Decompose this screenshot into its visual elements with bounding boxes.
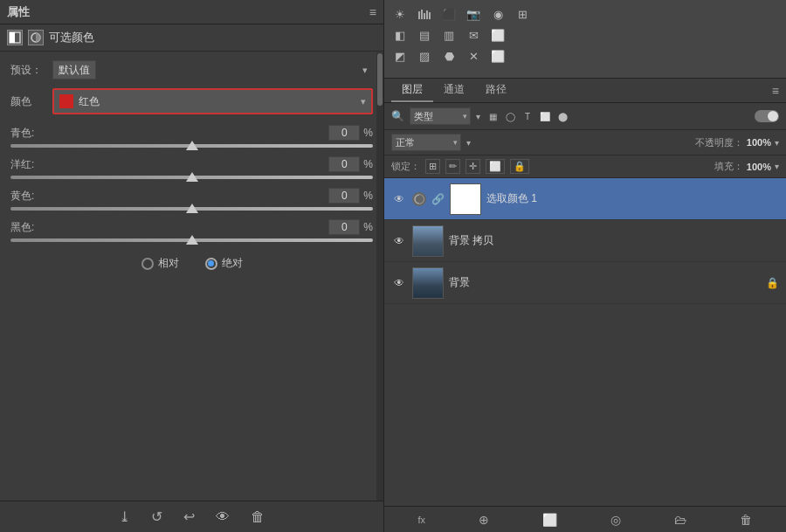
filter-row: 🔍 类型 ▾ ▦ ◯ T ⬜ ⬤ [384, 103, 786, 130]
sun-icon[interactable]: ☀ [391, 5, 409, 23]
lock-all-icon[interactable]: 🔒 [510, 159, 529, 174]
adj-icon-mask [7, 30, 23, 45]
blend-mode-select[interactable]: 正常 [391, 134, 461, 151]
slant2-icon[interactable]: ▨ [416, 47, 433, 65]
color-dropdown-arrow: ▾ [361, 96, 366, 107]
black-thumb[interactable] [186, 235, 198, 245]
filter-adjustment-icon[interactable]: ◯ [503, 109, 517, 123]
layer-row-bg[interactable]: 👁 背景 🔒 [384, 262, 786, 304]
mail-icon[interactable]: ✉ [465, 26, 482, 44]
tab-paths[interactable]: 路径 [475, 79, 517, 102]
svg-rect-3 [418, 11, 420, 19]
right-layers-panel: ☀ ⬛ 📷 ◉ ⊞ ◧ ▤ ▥ ✉ ⬜ ◩ ▨ [384, 0, 786, 532]
delete-layer-button[interactable]: 🗑 [247, 508, 268, 527]
black-input[interactable] [328, 219, 360, 235]
cyan-thumb[interactable] [186, 141, 198, 150]
black-track[interactable] [10, 238, 373, 242]
layer-thumb-bg-copy [412, 225, 444, 257]
grid2-icon[interactable]: ⊞ [514, 5, 531, 23]
rect-icon[interactable]: ⬜ [489, 26, 507, 44]
adjustment-layer-button[interactable]: ⬜ [542, 513, 557, 527]
eye-icon-layer2[interactable]: 👁 [391, 233, 407, 249]
layer-row-bg-copy[interactable]: 👁 背景 拷贝 [384, 220, 786, 262]
radio-relative[interactable]: 相对 [141, 256, 179, 271]
filter-toggle[interactable] [755, 110, 779, 122]
fill-value[interactable]: 100% [747, 162, 771, 172]
white-rect-icon[interactable]: ⬜ [489, 47, 507, 65]
adjust3-icon[interactable]: ▥ [440, 26, 458, 44]
tab-layers[interactable]: 图层 [391, 79, 433, 102]
tab-channels[interactable]: 通道 [433, 79, 475, 102]
lock-move-icon[interactable]: ✛ [465, 159, 480, 174]
properties-content: 预设： 默认值 颜色 红色 ▾ 青色: [0, 52, 383, 501]
svg-rect-7 [429, 12, 431, 19]
opacity-dropdown-arrow[interactable]: ▾ [775, 138, 779, 148]
magenta-percent: % [363, 158, 373, 170]
adjust1-icon[interactable]: ◧ [391, 26, 409, 44]
color-select-inner[interactable]: 红色 ▾ [54, 90, 371, 113]
fill-dropdown-arrow[interactable]: ▾ [775, 162, 779, 171]
layer-group-button[interactable]: ◎ [610, 513, 621, 527]
opacity-value[interactable]: 100% [747, 137, 771, 148]
camera-icon[interactable]: 📷 [465, 5, 482, 23]
lock-paint-icon[interactable]: ✏ [445, 159, 460, 174]
right-top-toolbar: ☀ ⬛ 📷 ◉ ⊞ ◧ ▤ ▥ ✉ ⬜ ◩ ▨ [384, 0, 786, 79]
svg-rect-1 [10, 32, 15, 43]
magenta-thumb[interactable] [186, 172, 198, 182]
lock-label: 锁定： [391, 160, 420, 173]
preset-row: 预设： 默认值 [10, 60, 373, 79]
layer-thumb-bg [412, 267, 444, 299]
filter-type-icon[interactable]: T [521, 109, 534, 123]
yellow-thumb[interactable] [186, 204, 198, 213]
new-layer-button[interactable]: 🗁 [674, 513, 686, 527]
toggle-visibility-button[interactable]: 👁 [212, 508, 233, 527]
reset-button[interactable]: ↩ [180, 507, 198, 527]
yellow-track[interactable] [10, 207, 373, 211]
radio-absolute[interactable]: 绝对 [205, 256, 243, 271]
circle-icon[interactable]: ◉ [489, 5, 507, 23]
cyan-input[interactable] [328, 125, 360, 141]
layers-menu-icon[interactable]: ≡ [772, 84, 779, 98]
cyan-value-wrap: % [328, 125, 373, 141]
scroll-thumb[interactable] [377, 53, 383, 106]
add-mask-button[interactable]: ⊕ [479, 513, 489, 527]
toolbar-row-1: ☀ ⬛ 📷 ◉ ⊞ [391, 3, 779, 24]
lock-pixels-icon[interactable]: ⊞ [425, 159, 440, 174]
preset-label: 预设： [10, 63, 45, 78]
filter-smart-icon[interactable]: ⬤ [555, 109, 569, 123]
cyan-track[interactable] [10, 144, 373, 148]
histogram-icon[interactable] [416, 5, 433, 23]
panel-menu-icon[interactable]: ≡ [369, 5, 376, 19]
previous-state-button[interactable]: ↺ [148, 507, 166, 527]
preset-select[interactable]: 默认值 [52, 60, 96, 79]
layer-row-selective-color[interactable]: 👁 🔗 选取颜色 1 [384, 178, 786, 220]
close-x-icon[interactable]: ✕ [465, 47, 482, 65]
filter-type-select[interactable]: 类型 [410, 107, 471, 125]
adjustment-label: 可选颜色 [49, 30, 94, 45]
blend-select-wrap: 正常 [391, 134, 461, 151]
magenta-track[interactable] [10, 176, 373, 179]
filter-shape-icon[interactable]: ⬜ [538, 109, 552, 123]
clip-to-layer-button[interactable]: ⤓ [115, 507, 134, 527]
color-select-wrapper[interactable]: 红色 ▾ [52, 88, 373, 114]
grid-icon[interactable]: ⬛ [440, 5, 458, 23]
adjustment-row: 可选颜色 [0, 24, 383, 52]
scrollbar[interactable] [376, 52, 383, 501]
svg-rect-6 [426, 10, 428, 19]
layer-name-1: 选取颜色 1 [486, 191, 779, 206]
adjust2-icon[interactable]: ▤ [416, 26, 433, 44]
color-swatch-red [59, 94, 73, 108]
layer-fx-button[interactable]: fx [418, 515, 426, 525]
eye-icon-layer1[interactable]: 👁 [391, 191, 407, 207]
eye-icon-layer3[interactable]: 👁 [391, 275, 407, 291]
delete-layer-button[interactable]: 🗑 [740, 513, 752, 527]
lock-artboard-icon[interactable]: ⬜ [486, 159, 505, 174]
svg-rect-4 [421, 10, 423, 19]
filter-image-icon[interactable]: ▦ [486, 109, 500, 123]
yellow-input[interactable] [328, 188, 360, 204]
hex-icon[interactable]: ⬣ [440, 47, 458, 65]
magenta-input[interactable] [328, 156, 360, 172]
slant1-icon[interactable]: ◩ [391, 47, 409, 65]
black-slider-header: 黑色: % [10, 219, 373, 235]
panel-title: 属性 [7, 4, 30, 20]
